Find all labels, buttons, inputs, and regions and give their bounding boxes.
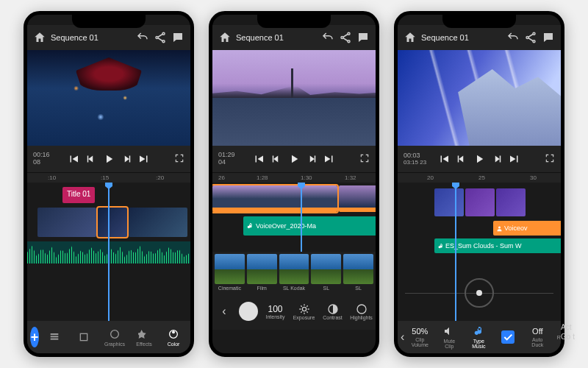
home-icon[interactable] [218, 31, 232, 44]
audio-clip[interactable]: VoiceOver_2020-Ma [243, 216, 376, 236]
tab-label: Type Music [472, 339, 485, 349]
play-icon[interactable] [102, 152, 115, 166]
step-fwd-icon[interactable] [120, 152, 133, 166]
play-icon[interactable] [287, 152, 301, 166]
add-button[interactable]: + [30, 327, 39, 347]
fullscreen-icon[interactable] [545, 153, 555, 165]
sequence-title[interactable]: Sequence 01 [51, 33, 132, 42]
home-icon[interactable] [404, 31, 417, 44]
music-clip[interactable]: ES_Sum Clouds - Sum W [434, 238, 561, 253]
fullscreen-icon[interactable] [174, 153, 184, 165]
bottom-toolbar: + Graphics Effects Color [27, 321, 190, 353]
svg-point-12 [348, 40, 350, 43]
comment-icon[interactable] [542, 31, 555, 44]
back-icon[interactable]: ‹ [212, 305, 236, 318]
timeline[interactable]: Voiceov ES_Sum Clouds - Sum W [398, 183, 561, 321]
preset-item[interactable]: SL [343, 254, 373, 291]
skip-end-icon[interactable] [137, 152, 151, 166]
undo-icon[interactable] [136, 31, 149, 44]
tab-clip-volume[interactable]: 50%Clip Volume [406, 322, 434, 352]
preset-item[interactable]: Film [247, 254, 277, 291]
step-back-icon[interactable] [270, 152, 283, 166]
video-preview[interactable] [212, 50, 376, 146]
param-value: 100 [268, 304, 282, 314]
svg-rect-6 [80, 333, 87, 340]
video-clip[interactable] [496, 188, 526, 216]
undo-icon[interactable] [321, 31, 334, 44]
skip-end-icon[interactable] [323, 152, 336, 166]
home-icon[interactable] [33, 31, 46, 44]
svg-point-16 [533, 32, 535, 35]
video-preview[interactable] [398, 50, 561, 146]
playhead[interactable] [455, 183, 456, 321]
preset-label: SL [323, 286, 330, 291]
scrub-wheel[interactable] [465, 278, 494, 308]
video-clip[interactable] [98, 208, 127, 237]
tab-project[interactable] [40, 322, 68, 352]
tab-type-music[interactable]: Type Music [465, 322, 492, 352]
step-back-icon[interactable] [455, 152, 468, 166]
skip-start-icon[interactable] [437, 152, 451, 166]
step-fwd-icon[interactable] [305, 152, 318, 166]
fullscreen-icon[interactable] [359, 153, 370, 165]
param-highlights[interactable]: Highlights [347, 303, 376, 320]
play-icon[interactable] [473, 152, 486, 166]
watermark-text: Act Go t [561, 322, 575, 342]
ruler-tick: :10 [48, 174, 56, 181]
param-intensity[interactable]: 100Intensity [261, 304, 290, 319]
timeline[interactable]: Title 01 [27, 183, 190, 321]
comment-icon[interactable] [356, 31, 370, 44]
sequence-title[interactable]: Sequence 01 [421, 33, 502, 42]
svg-rect-4 [51, 336, 59, 337]
video-clip[interactable] [129, 208, 187, 237]
tab-edit[interactable] [70, 322, 98, 352]
video-clip[interactable] [434, 188, 464, 216]
timeline-ruler[interactable]: 26 1:28 1:30 1:32 [212, 172, 376, 183]
video-preview[interactable] [27, 50, 190, 146]
playhead[interactable] [108, 183, 110, 321]
video-clip[interactable] [465, 188, 495, 216]
svg-point-10 [348, 32, 350, 35]
comment-icon[interactable] [171, 31, 184, 44]
share-icon[interactable] [154, 31, 167, 44]
tab-mute-clip[interactable]: Mute Clip [435, 322, 463, 352]
preset-label: SL [355, 286, 362, 291]
video-clip[interactable] [212, 185, 337, 212]
timeline-ruler[interactable]: :10 :15 :20 [27, 172, 190, 183]
video-clip[interactable] [37, 208, 96, 237]
sequence-title[interactable]: Sequence 01 [236, 33, 317, 42]
timeline[interactable]: VoiceOver_2020-Ma [212, 183, 376, 252]
preset-item[interactable]: SL Kodak [279, 254, 309, 291]
preset-item[interactable]: Cinematic [215, 254, 245, 291]
transport-bar: 00:16 08 [27, 146, 190, 172]
timeline-ruler[interactable]: 20 25 30 [398, 172, 561, 183]
param-contrast[interactable]: Contrast [318, 303, 347, 320]
svg-point-17 [526, 37, 528, 39]
preset-item[interactable]: SL [311, 254, 341, 291]
param-label: Exposure [293, 315, 315, 320]
tab-auto-duck[interactable]: OffAuto Duck [523, 322, 551, 352]
ruler-tick: 30 [530, 174, 537, 181]
param-exposure[interactable]: Exposure [290, 303, 318, 320]
skip-start-icon[interactable] [252, 152, 265, 166]
tab-check[interactable] [494, 322, 522, 352]
skip-start-icon[interactable] [67, 152, 80, 166]
video-clip[interactable] [339, 185, 376, 212]
ruler-tick: 25 [478, 174, 485, 181]
title-clip[interactable]: Title 01 [62, 187, 95, 203]
svg-point-2 [162, 40, 165, 43]
playhead[interactable] [301, 183, 302, 252]
voiceover-clip[interactable]: Voiceov [493, 221, 561, 236]
preset-circle[interactable] [239, 302, 258, 321]
tab-graphics[interactable]: Graphics [101, 322, 129, 352]
share-icon[interactable] [339, 31, 352, 44]
step-back-icon[interactable] [85, 152, 98, 166]
back-icon[interactable]: ‹ [401, 330, 404, 344]
tab-color[interactable]: Color [159, 322, 187, 352]
share-icon[interactable] [524, 31, 537, 44]
ruler-tick: 1:32 [345, 174, 356, 181]
step-fwd-icon[interactable] [490, 152, 503, 166]
skip-end-icon[interactable] [508, 152, 521, 166]
undo-icon[interactable] [506, 31, 520, 44]
tab-effects[interactable]: Effects [130, 322, 158, 352]
